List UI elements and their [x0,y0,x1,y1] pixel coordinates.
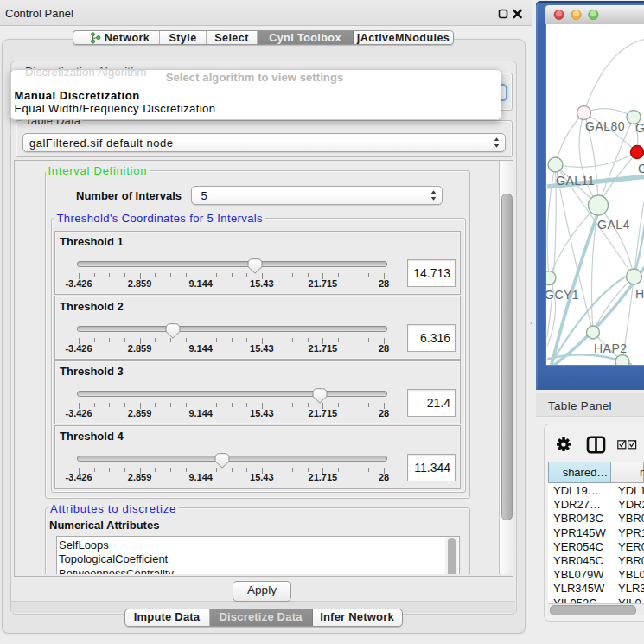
svg-text:GCY1: GCY1 [545,287,579,301]
svg-text:C: C [638,161,644,175]
svg-text:H: H [635,286,644,300]
svg-text:GA: GA [635,120,644,134]
svg-text:GAL11: GAL11 [556,173,595,187]
svg-text:GAL80: GAL80 [585,118,625,132]
svg-text:GAL4: GAL4 [597,217,630,231]
svg-text:HAP2: HAP2 [594,341,628,354]
